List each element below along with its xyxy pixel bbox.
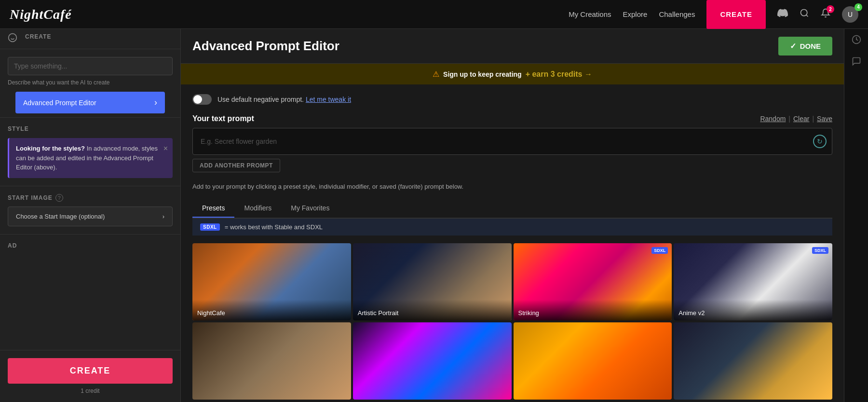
negative-prompt-label: Use default negative prompt. Let me twea… bbox=[217, 96, 351, 103]
sidebar-emoji-icon[interactable] bbox=[8, 33, 17, 45]
add-another-prompt-button[interactable]: ADD ANOTHER PROMPT bbox=[192, 159, 280, 172]
content-header: Advanced Prompt Editor ✓ DONE bbox=[181, 29, 844, 64]
tab-modifiers[interactable]: Modifiers bbox=[234, 199, 281, 218]
sidebar-create-label: CREATE bbox=[25, 33, 51, 40]
page-title: Advanced Prompt Editor bbox=[192, 39, 339, 54]
ad-label: AD bbox=[8, 242, 173, 249]
sidebar: CREATE Describe what you want the AI to … bbox=[0, 29, 181, 402]
preset-sdxl-badge-striking: SDXL bbox=[651, 247, 668, 254]
tab-my-favorites[interactable]: My Favorites bbox=[281, 199, 339, 218]
earn-credits-link[interactable]: + earn 3 credits → bbox=[526, 70, 592, 79]
preset-card-striking[interactable]: Striking SDXL bbox=[514, 243, 672, 320]
tabs-row: Presets Modifiers My Favorites bbox=[192, 199, 832, 218]
banner-text: Sign up to keep creating bbox=[443, 70, 522, 78]
choose-start-image-button[interactable]: Choose a Start Image (optional) › bbox=[8, 207, 173, 226]
sidebar-create-section: Describe what you want the AI to create … bbox=[0, 49, 180, 117]
prompt-section-label: Your text prompt bbox=[192, 114, 254, 123]
prompt-section: Your text prompt Random | Clear | Save ↻… bbox=[192, 114, 832, 172]
preset-card-5[interactable] bbox=[353, 322, 512, 400]
prompt-input[interactable] bbox=[192, 128, 832, 155]
svg-point-1 bbox=[9, 34, 17, 42]
preset-description: Add to your prompt by clicking a preset … bbox=[192, 182, 832, 192]
image-grid: NightCafe Artistic Portrait Striking SDX… bbox=[192, 243, 832, 400]
nav-challenges[interactable]: Challenges bbox=[659, 10, 695, 18]
main-content: Advanced Prompt Editor ✓ DONE ⚠ Sign up … bbox=[181, 29, 844, 402]
preset-card-7[interactable] bbox=[674, 322, 832, 400]
nav-create-button[interactable]: CREATE bbox=[706, 0, 766, 29]
random-prompt-link[interactable]: Random bbox=[760, 115, 786, 123]
start-image-help-icon[interactable]: ? bbox=[55, 194, 63, 202]
signup-banner: ⚠ Sign up to keep creating + earn 3 cred… bbox=[181, 64, 844, 84]
svg-point-0 bbox=[801, 10, 807, 16]
avatar-badge: 4 bbox=[854, 3, 862, 11]
notification-badge: 2 bbox=[827, 5, 834, 13]
preset-image-4 bbox=[192, 322, 351, 400]
warning-icon: ⚠ bbox=[433, 69, 439, 79]
style-info-box: Looking for the styles? In advanced mode… bbox=[8, 138, 173, 178]
preset-card-6[interactable] bbox=[514, 322, 672, 400]
describe-text: Describe what you want the AI to create bbox=[8, 79, 173, 86]
style-info-bold: Looking for the styles? bbox=[16, 145, 85, 152]
content-scroll: Use default negative prompt. Let me twea… bbox=[181, 84, 844, 402]
save-prompt-link[interactable]: Save bbox=[817, 115, 832, 123]
top-navigation: NightCafé My Creations Explore Challenge… bbox=[0, 0, 868, 29]
prompt-header-row: Your text prompt Random | Clear | Save bbox=[192, 114, 832, 123]
type-input[interactable] bbox=[8, 57, 173, 75]
preset-image-5 bbox=[353, 322, 512, 400]
avatar[interactable]: U 4 bbox=[842, 6, 858, 23]
start-image-label-row: START IMAGE ? bbox=[8, 194, 173, 202]
sidebar-icons-bar: CREATE bbox=[0, 29, 180, 49]
sidebar-ad-section: AD bbox=[0, 234, 180, 261]
app-logo: NightCafé bbox=[10, 7, 72, 22]
sdxl-badge: SDXL bbox=[200, 223, 220, 231]
chat-icon[interactable] bbox=[852, 56, 861, 69]
sdxl-banner-text: = works best with Stable and SDXL bbox=[225, 223, 323, 231]
advanced-prompt-editor-button[interactable]: Advanced Prompt Editor › bbox=[15, 92, 165, 113]
start-image-label: START IMAGE bbox=[8, 194, 53, 201]
nav-explore[interactable]: Explore bbox=[623, 10, 648, 18]
preset-card-anime-v2[interactable]: Anime v2 SDXL bbox=[674, 243, 832, 320]
prompt-actions: Random | Clear | Save bbox=[760, 115, 832, 123]
notifications-icon[interactable]: 2 bbox=[821, 8, 830, 20]
preset-image-7 bbox=[674, 322, 832, 400]
preset-label-artistic-portrait: Artistic Portrait bbox=[353, 300, 512, 320]
sidebar-start-image-section: START IMAGE ? Choose a Start Image (opti… bbox=[0, 186, 180, 234]
tweak-negative-link[interactable]: Let me tweak it bbox=[306, 96, 351, 103]
prompt-refresh-icon[interactable]: ↻ bbox=[813, 135, 827, 148]
negative-prompt-toggle[interactable] bbox=[192, 94, 212, 105]
advanced-btn-arrow-icon: › bbox=[154, 97, 157, 108]
preset-label-anime-v2: Anime v2 bbox=[674, 300, 832, 320]
sidebar-create-footer: CREATE 1 credit bbox=[0, 350, 180, 402]
prompt-input-wrap: ↻ bbox=[192, 128, 832, 155]
discord-icon[interactable] bbox=[777, 8, 788, 21]
preset-card-artistic-portrait[interactable]: Artistic Portrait bbox=[353, 243, 512, 320]
style-label: STYLE bbox=[8, 125, 173, 132]
done-checkmark-icon: ✓ bbox=[790, 42, 796, 51]
credit-text: 1 credit bbox=[8, 388, 173, 394]
right-sidebar bbox=[844, 29, 868, 402]
tab-presets[interactable]: Presets bbox=[192, 199, 234, 218]
main-layout: CREATE Describe what you want the AI to … bbox=[0, 29, 868, 402]
preset-image-6 bbox=[514, 322, 672, 400]
create-main-button[interactable]: CREATE bbox=[8, 358, 173, 384]
preset-card-4[interactable] bbox=[192, 322, 351, 400]
nav-right: My Creations Explore Challenges CREATE 2… bbox=[569, 0, 858, 29]
search-icon[interactable] bbox=[800, 8, 809, 20]
clear-prompt-link[interactable]: Clear bbox=[793, 115, 809, 123]
choose-btn-arrow-icon: › bbox=[163, 213, 164, 220]
done-button[interactable]: ✓ DONE bbox=[778, 37, 832, 55]
sidebar-style-section: STYLE Looking for the styles? In advance… bbox=[0, 117, 180, 186]
negative-prompt-row: Use default negative prompt. Let me twea… bbox=[192, 94, 832, 105]
preset-sdxl-badge-anime-v2: SDXL bbox=[812, 247, 828, 254]
style-info-close-button[interactable]: × bbox=[163, 143, 168, 154]
sdxl-banner: SDXL = works best with Stable and SDXL bbox=[192, 218, 832, 236]
preset-label-striking: Striking bbox=[514, 300, 672, 320]
history-icon[interactable] bbox=[852, 35, 861, 47]
nav-my-creations[interactable]: My Creations bbox=[569, 10, 611, 18]
preset-label-nightcafe: NightCafe bbox=[192, 300, 351, 320]
preset-card-nightcafe[interactable]: NightCafe bbox=[192, 243, 351, 320]
